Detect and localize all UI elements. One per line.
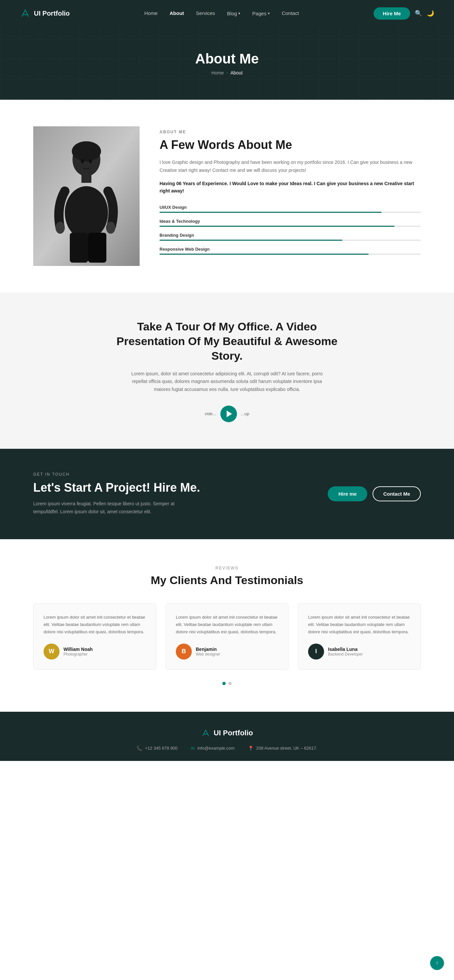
author-role-1: Photographer [63, 652, 93, 657]
dot-2[interactable] [228, 682, 232, 685]
phone-icon: 📞 [137, 746, 142, 751]
svg-point-6 [56, 222, 65, 234]
nav-about[interactable]: About [170, 10, 184, 16]
brand-name: UI Portfolio [34, 10, 70, 17]
contact-me-button[interactable]: Contact Me [373, 486, 421, 501]
about-image [33, 126, 140, 266]
skill-2-bar-bg [160, 226, 421, 227]
avatar-initial-1: W [49, 648, 54, 655]
pages-dropdown-icon: ▾ [268, 11, 270, 16]
footer-address-text: 208 Avenue street, UK – 62617. [256, 746, 317, 751]
skill-2: Ideas & Technology [160, 219, 421, 227]
skill-4-bar-bg [160, 254, 421, 255]
skill-4-label: Responsive Web Design [160, 247, 421, 251]
svg-point-5 [65, 186, 108, 239]
skill-1: UI/UX Design [160, 205, 421, 213]
theme-toggle-button[interactable]: 🌙 [427, 10, 434, 17]
skill-2-label: Ideas & Technology [160, 219, 421, 224]
testimonials-heading: My Clients And Testimonials [33, 574, 421, 587]
breadcrumb: Home › About [211, 70, 243, 75]
breadcrumb-home[interactable]: Home [211, 70, 224, 75]
svg-rect-8 [70, 233, 88, 262]
video-label-left: vide... [205, 411, 216, 416]
testimonials-label: REVIEWS [33, 566, 421, 570]
skill-3-bar-bg [160, 240, 421, 241]
skill-3: Branding Design [160, 233, 421, 241]
author-role-2: Web designer [196, 652, 221, 657]
testimonial-author-3: I Isabella Luna Backend Developer [308, 644, 410, 660]
play-button[interactable] [221, 406, 237, 422]
footer-email: ✉ info@example.com [191, 746, 234, 751]
email-icon: ✉ [191, 746, 195, 751]
skill-1-bar-fill [160, 212, 381, 213]
author-role-3: Backend Developer [328, 652, 363, 657]
about-text: I love Graphic design and Photography an… [160, 159, 421, 175]
blog-dropdown-icon: ▾ [238, 11, 240, 16]
author-info-1: William Noah Photographer [63, 647, 93, 657]
footer-brand-name: UI Portfolio [214, 729, 253, 737]
breadcrumb-separator: › [226, 70, 228, 75]
testimonial-text-3: Lorem ipsum dolor sit amet init consecte… [308, 614, 410, 636]
svg-rect-9 [88, 233, 106, 262]
svg-point-7 [106, 222, 115, 234]
hire-heading: Let's Start A Project! Hire Me. [33, 481, 200, 495]
testimonials-section: REVIEWS My Clients And Testimonials Lore… [0, 539, 454, 712]
testimonial-text-2: Lorem ipsum dolor sit amet init consecte… [176, 614, 278, 636]
testimonial-author-2: B Benjamin Web designer [176, 644, 278, 660]
author-name-2: Benjamin [196, 647, 221, 652]
avatar-placeholder-3: I [308, 644, 324, 660]
skill-1-bar-bg [160, 212, 421, 213]
nav-services[interactable]: Services [196, 10, 215, 16]
hire-label: GET IN TOUCH [33, 472, 200, 477]
search-button[interactable]: 🔍 [415, 10, 422, 17]
dot-1[interactable] [222, 682, 226, 685]
about-bold-text: Having 06 Years of Experience. I Would L… [160, 180, 421, 195]
footer-brand: UI Portfolio [33, 729, 421, 738]
svg-point-3 [72, 141, 101, 161]
skill-3-bar-fill [160, 240, 342, 241]
hire-section: GET IN TOUCH Let's Start A Project! Hire… [0, 449, 454, 539]
nav-contact[interactable]: Contact [282, 10, 299, 16]
video-player: vide... ...up [33, 406, 421, 422]
video-label-right: ...up [241, 411, 249, 416]
footer-info: 📞 +12 345 678 900 ✉ info@example.com 📍 2… [33, 746, 421, 751]
testimonial-card-1: Lorem ipsum dolor sit amet init consecte… [33, 603, 156, 670]
author-avatar-1: W [44, 644, 59, 660]
skill-4: Responsive Web Design [160, 247, 421, 255]
testimonials-grid: Lorem ipsum dolor sit amet init consecte… [33, 603, 421, 670]
hire-me-button[interactable]: Hire Me [373, 7, 410, 20]
about-section: ABOUT ME A Few Words About Me I love Gra… [0, 100, 454, 293]
brand-logo[interactable]: UI Portfolio [20, 8, 70, 19]
author-name-3: Isabella Luna [328, 647, 363, 652]
nav-pages[interactable]: Pages ▾ [252, 11, 270, 16]
skill-2-bar-fill [160, 226, 395, 227]
footer-phone-text: +12 345 678 900 [145, 746, 178, 751]
brand-icon [20, 8, 30, 19]
nav-blog[interactable]: Blog ▾ [227, 11, 240, 16]
svg-rect-4 [81, 175, 91, 183]
hero-section: About Me Home › About [0, 27, 454, 100]
nav-links: Home About Services Blog ▾ Pages ▾ Conta… [144, 10, 299, 16]
navbar-actions: Hire Me 🔍 🌙 [373, 7, 434, 20]
person-photo [33, 126, 140, 266]
author-info-2: Benjamin Web designer [196, 647, 221, 657]
footer-phone: 📞 +12 345 678 900 [137, 746, 178, 751]
avatar-initial-2: B [182, 648, 186, 655]
hire-text: Lorem ipsum viverra feugiat. Pellen tesq… [33, 500, 193, 516]
author-avatar-2: B [176, 644, 192, 660]
testimonial-card-2: Lorem ipsum dolor sit amet init consecte… [165, 603, 289, 670]
nav-home[interactable]: Home [144, 10, 157, 16]
about-heading: A Few Words About Me [160, 138, 421, 152]
breadcrumb-current: About [230, 70, 243, 75]
footer: UI Portfolio 📞 +12 345 678 900 ✉ info@ex… [0, 712, 454, 761]
video-subtext: Lorem ipsum, dolor sit amet consectetur … [124, 370, 330, 394]
author-avatar-3: I [308, 644, 324, 660]
about-content: ABOUT ME A Few Words About Me I love Gra… [160, 126, 421, 261]
footer-address: 📍 208 Avenue street, UK – 62617. [248, 746, 317, 751]
location-icon: 📍 [248, 746, 254, 751]
hire-me-cta-button[interactable]: Hire me [328, 486, 367, 501]
author-name-1: William Noah [63, 647, 93, 652]
svg-point-11 [89, 159, 92, 163]
hire-content: GET IN TOUCH Let's Start A Project! Hire… [33, 472, 200, 516]
footer-email-text: info@example.com [197, 746, 234, 751]
